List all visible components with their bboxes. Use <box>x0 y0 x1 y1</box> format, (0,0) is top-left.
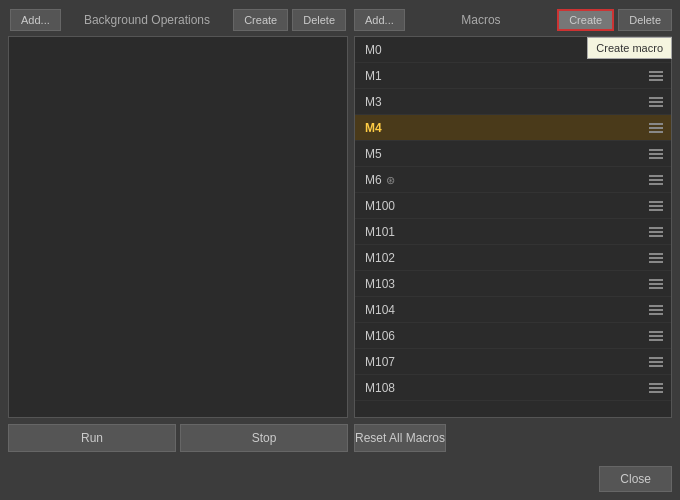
menu-lines-icon <box>649 149 663 159</box>
menu-line <box>649 357 663 359</box>
close-row: Close <box>8 462 672 492</box>
bg-ops-add-button[interactable]: Add... <box>10 9 61 31</box>
macro-item[interactable]: M108 <box>355 375 671 401</box>
macro-item-name: M104 <box>365 303 395 317</box>
menu-lines-icon <box>649 253 663 263</box>
menu-line <box>649 361 663 363</box>
bg-ops-create-button[interactable]: Create <box>233 9 288 31</box>
macro-item[interactable]: M104 <box>355 297 671 323</box>
menu-line <box>649 331 663 333</box>
macro-item-icon <box>649 149 663 159</box>
macro-item-icon <box>649 305 663 315</box>
menu-line <box>649 235 663 237</box>
macro-item[interactable]: M106 <box>355 323 671 349</box>
menu-lines-icon <box>649 305 663 315</box>
menu-line <box>649 157 663 159</box>
stop-button[interactable]: Stop <box>180 424 348 452</box>
macro-item-name: M102 <box>365 251 395 265</box>
menu-lines-icon <box>649 227 663 237</box>
menu-line <box>649 305 663 307</box>
menu-line <box>649 227 663 229</box>
menu-line <box>649 183 663 185</box>
macro-item-name: M6⊛ <box>365 173 395 187</box>
menu-line <box>649 283 663 285</box>
macro-item-icon <box>649 97 663 107</box>
macros-header-left: Add... <box>354 9 405 31</box>
menu-lines-icon <box>649 97 663 107</box>
macro-item-icon <box>649 123 663 133</box>
macro-item-name: M1 <box>365 69 382 83</box>
run-button[interactable]: Run <box>8 424 176 452</box>
macro-item-name: M3 <box>365 95 382 109</box>
close-button[interactable]: Close <box>599 466 672 492</box>
bg-ops-delete-button[interactable]: Delete <box>292 9 346 31</box>
menu-line <box>649 75 663 77</box>
macro-item[interactable]: M6⊛ <box>355 167 671 193</box>
macro-item-icon <box>649 253 663 263</box>
menu-lines-icon <box>649 383 663 393</box>
macro-item-name: M103 <box>365 277 395 291</box>
menu-line <box>649 231 663 233</box>
bg-ops-header: Add... Background Operations Create Dele… <box>8 8 348 32</box>
menu-lines-icon <box>649 357 663 367</box>
reset-all-macros-button[interactable]: Reset All Macros <box>354 424 446 452</box>
top-section: Add... Background Operations Create Dele… <box>8 8 672 418</box>
macro-item-icon <box>649 201 663 211</box>
left-bottom-buttons: Run Stop <box>8 424 348 456</box>
macro-item-icon <box>649 357 663 367</box>
macro-item[interactable]: M5 <box>355 141 671 167</box>
menu-line <box>649 105 663 107</box>
menu-line <box>649 383 663 385</box>
menu-line <box>649 131 663 133</box>
menu-line <box>649 205 663 207</box>
macro-item-icon <box>649 71 663 81</box>
macro-item[interactable]: M1 <box>355 63 671 89</box>
menu-lines-icon <box>649 331 663 341</box>
macro-item-name: M101 <box>365 225 395 239</box>
menu-lines-icon <box>649 123 663 133</box>
macro-item[interactable]: M102 <box>355 245 671 271</box>
menu-line <box>649 71 663 73</box>
create-macro-tooltip: Create macro <box>587 37 672 59</box>
macro-item-icon <box>649 383 663 393</box>
macro-item-name: M107 <box>365 355 395 369</box>
macro-item-name: M5 <box>365 147 382 161</box>
macro-item-name: M100 <box>365 199 395 213</box>
menu-line <box>649 387 663 389</box>
macros-panel: Add... Macros Create Delete Create macro… <box>354 8 672 418</box>
menu-line <box>649 153 663 155</box>
menu-line <box>649 313 663 315</box>
macros-create-button[interactable]: Create <box>557 9 614 31</box>
menu-line <box>649 97 663 99</box>
macros-add-button[interactable]: Add... <box>354 9 405 31</box>
wifi-icon: ⊛ <box>386 174 395 186</box>
menu-line <box>649 261 663 263</box>
menu-lines-icon <box>649 201 663 211</box>
macros-title: Macros <box>405 13 557 27</box>
macro-item-name: M0 <box>365 43 382 57</box>
macro-item[interactable]: M4 <box>355 115 671 141</box>
menu-lines-icon <box>649 279 663 289</box>
menu-line <box>649 287 663 289</box>
menu-line <box>649 201 663 203</box>
macro-item-icon <box>649 227 663 237</box>
macro-item[interactable]: M103 <box>355 271 671 297</box>
bg-ops-controls: Create Delete <box>233 9 346 31</box>
menu-line <box>649 309 663 311</box>
menu-line <box>649 253 663 255</box>
macro-item-icon <box>649 331 663 341</box>
macros-delete-button[interactable]: Delete <box>618 9 672 31</box>
macros-header: Add... Macros Create Delete Create macro <box>354 8 672 32</box>
menu-line <box>649 179 663 181</box>
macro-item[interactable]: M100 <box>355 193 671 219</box>
menu-line <box>649 257 663 259</box>
main-container: Add... Background Operations Create Dele… <box>0 0 680 500</box>
background-operations-panel: Add... Background Operations Create Dele… <box>8 8 348 418</box>
macros-header-right: Create Delete Create macro <box>557 9 672 31</box>
macros-list[interactable]: M0M1M3M4M5M6⊛M100M101M102M103M104M106M10… <box>355 37 671 417</box>
macro-item[interactable]: M101 <box>355 219 671 245</box>
macro-item-name: M106 <box>365 329 395 343</box>
macro-item[interactable]: M3 <box>355 89 671 115</box>
macro-item[interactable]: M107 <box>355 349 671 375</box>
menu-line <box>649 79 663 81</box>
